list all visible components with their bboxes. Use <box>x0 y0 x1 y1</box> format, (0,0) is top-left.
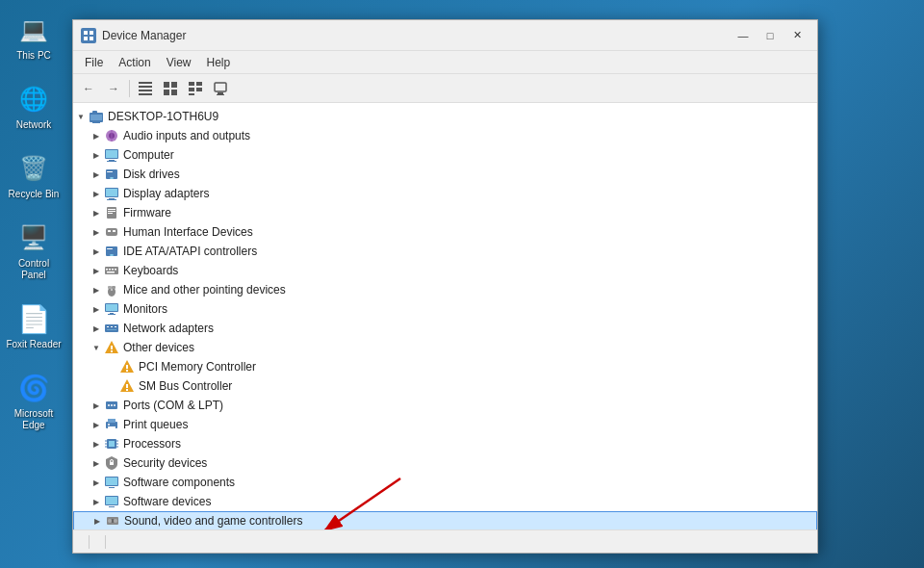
keyboard-expand[interactable]: ▶ <box>89 261 104 280</box>
status-sep-2 <box>105 535 106 549</box>
tree-print[interactable]: ▶ Print queues <box>73 415 817 434</box>
window-icon <box>81 28 96 43</box>
audio-expand[interactable]: ▶ <box>89 126 104 145</box>
tree-mice[interactable]: ▶ Mice and other pointing devices <box>73 280 817 299</box>
maximize-button[interactable]: □ <box>757 26 783 45</box>
svg-rect-36 <box>109 198 115 199</box>
tree-root[interactable]: ▼ DESKTOP-1OTH6U9 <box>73 107 817 126</box>
network-expand[interactable]: ▶ <box>89 319 104 338</box>
monitors-expand[interactable]: ▶ <box>89 299 104 319</box>
svg-rect-1 <box>90 31 93 35</box>
tree-security[interactable]: ▶ Security devices <box>73 453 817 473</box>
toolbar-btn-3[interactable] <box>184 77 207 100</box>
tree-content[interactable]: ▼ DESKTOP-1OTH6U9 ▶ <box>73 103 817 529</box>
security-expand[interactable]: ▶ <box>89 453 104 473</box>
menu-help[interactable]: Help <box>199 54 239 71</box>
computer-label: Computer <box>123 148 174 162</box>
tree-display[interactable]: ▶ Display adapters <box>73 184 817 203</box>
toolbar-btn-1[interactable] <box>134 77 157 100</box>
tree-keyboard[interactable]: ▶ Keyboards <box>73 261 817 280</box>
tree-audio[interactable]: ▶ Audio inputs and outputs <box>73 126 817 145</box>
tree-computer[interactable]: ▶ Computer <box>73 145 817 165</box>
softcomp-expand[interactable]: ▶ <box>89 473 104 492</box>
tree-firmware[interactable]: ▶ Firmware <box>73 203 817 222</box>
menu-view[interactable]: View <box>159 54 199 71</box>
computer-expand[interactable]: ▶ <box>89 145 104 165</box>
print-expand[interactable]: ▶ <box>89 415 104 434</box>
processors-expand[interactable]: ▶ <box>89 434 104 453</box>
toolbar-btn-4[interactable] <box>209 77 232 100</box>
desktop-icon-this-pc[interactable]: 💻 This PC <box>3 10 64 65</box>
ports-expand[interactable]: ▶ <box>89 396 104 415</box>
sound-expand[interactable]: ▶ <box>90 511 105 529</box>
mice-expand[interactable]: ▶ <box>89 280 104 299</box>
foxit-icon: 📄 <box>16 301 51 336</box>
ports-icon <box>104 398 119 413</box>
tree-pci[interactable]: PCI Memory Controller <box>73 357 817 376</box>
firmware-label: Firmware <box>123 206 171 219</box>
tree-ide[interactable]: ▶ IDE ATA/ATAPI controllers <box>73 242 817 261</box>
desktop-icon-foxit-reader[interactable]: 📄 Foxit Reader <box>3 298 64 353</box>
display-expand[interactable]: ▶ <box>89 184 104 203</box>
minimize-button[interactable]: — <box>731 26 756 45</box>
root-label: DESKTOP-1OTH6U9 <box>108 110 218 123</box>
svg-rect-62 <box>105 324 118 332</box>
svg-rect-77 <box>108 404 110 406</box>
network-label: Network <box>16 119 52 131</box>
tree-ports[interactable]: ▶ Ports (COM & LPT) <box>73 396 817 415</box>
status-sep-1 <box>89 535 90 549</box>
this-pc-label: This PC <box>16 50 51 62</box>
svg-rect-3 <box>90 37 93 40</box>
close-button[interactable]: ✕ <box>784 26 809 45</box>
svg-rect-59 <box>106 304 117 311</box>
tree-processors[interactable]: ▶ Processors <box>73 434 817 453</box>
desktop-icon-edge[interactable]: 🌀 Microsoft Edge <box>3 368 64 434</box>
other-icon <box>104 340 119 355</box>
svg-rect-23 <box>92 122 100 123</box>
window-title: Device Manager <box>102 29 186 42</box>
firmware-expand[interactable]: ▶ <box>89 203 104 222</box>
svg-rect-17 <box>215 83 226 91</box>
tree-other[interactable]: ▼ Other devices <box>73 338 817 357</box>
tree-hid[interactable]: ▶ Human Interface Devices <box>73 222 817 242</box>
svg-rect-26 <box>111 130 113 142</box>
monitors-label: Monitors <box>123 302 167 316</box>
tree-smbus[interactable]: SM Bus Controller <box>73 376 817 396</box>
network-icon: 🌐 <box>16 82 51 116</box>
ide-expand[interactable]: ▶ <box>89 242 104 261</box>
keyboard-icon <box>104 263 119 278</box>
svg-rect-42 <box>106 228 117 236</box>
title-bar-controls: — □ ✕ <box>731 26 809 45</box>
desktop-icon-recycle-bin[interactable]: 🗑️ Recycle Bin <box>3 148 64 203</box>
menu-action[interactable]: Action <box>111 54 158 71</box>
svg-rect-56 <box>108 286 112 289</box>
forward-button[interactable]: → <box>102 77 125 100</box>
svg-rect-11 <box>171 90 177 95</box>
disk-expand[interactable]: ▶ <box>89 165 104 184</box>
svg-point-46 <box>110 254 114 256</box>
back-button[interactable]: ← <box>77 77 100 100</box>
svg-rect-71 <box>126 365 128 369</box>
tree-network[interactable]: ▶ Network adapters <box>73 319 817 338</box>
sound-label: Sound, video and game controllers <box>124 514 302 528</box>
tree-sound[interactable]: ▶ Sound, video and game controllers <box>73 511 817 529</box>
tree-disk[interactable]: ▶ Disk drives <box>73 165 817 184</box>
status-bar <box>73 529 817 553</box>
tree-software-dev[interactable]: ▶ Software devices <box>73 492 817 511</box>
other-expand[interactable]: ▼ <box>89 338 104 357</box>
hid-expand[interactable]: ▶ <box>89 222 104 242</box>
desktop-icon-network[interactable]: 🌐 Network <box>3 79 64 134</box>
svg-rect-57 <box>112 286 116 289</box>
svg-rect-12 <box>189 82 194 86</box>
toolbar-btn-2[interactable] <box>159 77 182 100</box>
softdev-expand[interactable]: ▶ <box>89 492 104 511</box>
keyboard-label: Keyboards <box>123 264 178 277</box>
svg-rect-33 <box>107 171 113 172</box>
tree-monitors[interactable]: ▶ Monitors <box>73 299 817 319</box>
network-label: Network adapters <box>123 322 214 335</box>
desktop-icon-control-panel[interactable]: 🖥️ Control Panel <box>3 218 64 284</box>
root-expand-icon[interactable]: ▼ <box>73 107 89 126</box>
svg-rect-74 <box>126 384 128 388</box>
tree-software-comp[interactable]: ▶ Software components <box>73 473 817 492</box>
menu-file[interactable]: File <box>77 54 111 71</box>
